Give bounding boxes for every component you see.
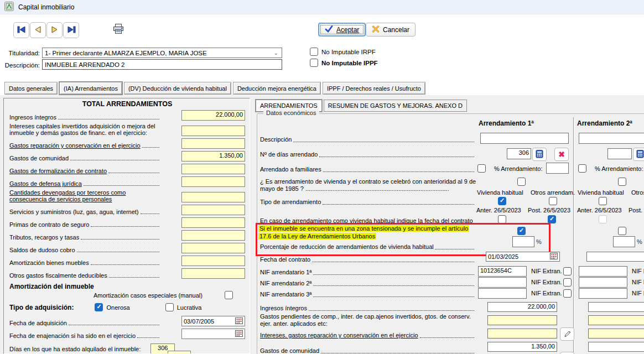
saldos-dudoso-field[interactable] [181,243,245,253]
c1-contrato-1985-checkbox[interactable] [517,178,526,186]
fecha-adquisicion-field[interactable]: 03/07/2005 [181,316,245,326]
c2-nif3-field[interactable] [579,288,627,299]
amortizacion-muebles-field[interactable] [181,256,245,266]
c2-otros-arrendam-label: Otros arrendam. [631,189,644,196]
tab-deduccion-mejora-energetica[interactable]: Deducción mejora energética [233,82,321,95]
fecha-enajenacion-field[interactable] [181,329,245,339]
gastos-reparacion-link[interactable]: Gastos reparación y conservación en el e… [9,142,141,149]
c2-descripcion-field[interactable] [579,133,644,144]
tab-ia-arrendamientos[interactable]: (IA) Arrendamientos [59,82,122,95]
c1-anter-checkbox[interactable] [498,215,506,223]
ingresos-integros-field[interactable]: 22.000,00 [181,110,245,121]
c1-ingresos-field[interactable]: 22.000,00 [487,302,557,312]
c1-fecha-contrato-field[interactable]: 01/03/2025 [486,252,560,262]
titularidad-select[interactable]: 1- Primer declarante ALMARZA EJEMPLO, MA… [42,48,282,58]
c1-nif1-extran-checkbox[interactable] [563,267,572,275]
servicios-suministros-field[interactable] [181,205,245,215]
delete-x-icon: ✖ [558,150,565,158]
c1-pct-reduccion-field[interactable] [512,236,534,247]
gastos-defensa-field[interactable] [181,176,245,187]
c1-post-checkbox[interactable] [548,215,556,223]
c2-zona-tensionada-checkbox[interactable] [618,227,626,235]
intereses-capitales-field[interactable] [181,126,245,136]
c2-nif3-extran-label: NIF Extran. [632,290,644,296]
c1-zona-tensionada-checkbox[interactable] [517,227,526,235]
c2-dias-field[interactable] [607,148,632,159]
tributos-field[interactable] [181,230,245,241]
c2-fecha-contrato-field[interactable] [586,252,644,262]
c1-pct-arrendamiento-field[interactable] [546,163,569,174]
gastos-formalizacion-field[interactable] [181,164,245,174]
c1-gastos-pendientes-field[interactable] [487,315,557,325]
c2-contrato-1985-checkbox[interactable] [618,178,626,186]
gastos-formalizacion-link[interactable]: Gastos de formalización de contrato [9,168,107,174]
c1-descripcion-field[interactable] [480,133,569,144]
tab-ippf-derechos-reales[interactable]: IPPF / Derechos reales / Usufructo [323,82,425,95]
c2-intereses-field[interactable] [588,329,644,339]
c2-percent-sign: % [637,238,642,245]
no-imputable-irpf-checkbox[interactable] [310,48,318,56]
print-button[interactable] [112,23,124,36]
c2-nif2-field[interactable] [579,277,627,288]
c2-gastos-pendientes-field[interactable] [588,315,644,325]
cancel-button[interactable]: Cancelar [366,23,416,37]
c2-pct-reduccion-field[interactable] [613,236,635,247]
c2-nif1-field[interactable] [579,266,627,277]
c2-ingresos-field[interactable] [588,302,644,312]
c2-pct-arrendamiento-label: % Arrendamiento: [595,165,643,172]
tab-dv-deduccion-vivienda[interactable]: (DV) Deducción de vivienda habitual [124,82,231,95]
c1-nif3-field[interactable] [478,288,527,299]
c1-nif1-field[interactable]: 10123654C [478,266,527,277]
descripcion-input[interactable]: INMUEBLE ARRENDADO 2 [42,59,282,70]
gastos-pendientes-row-label: Gastos pendientes de comp., inter. de ca… [260,313,482,327]
row-servicios-suministros: Servicios y suministros (luz, gas, agua,… [9,205,245,215]
gastos-defensa-link[interactable]: Gastos de defensa jurídica [9,180,82,187]
row-saldos-dudoso: Saldos de dudoso cobro [9,243,245,253]
tab-datos-generales[interactable]: Datos generales [4,82,58,95]
arrendamiento-2-header: Arrendamiento 2ª [577,119,632,127]
first-record-button[interactable] [13,22,29,38]
amortizacion-manual-checkbox[interactable] [225,291,233,299]
c1-dias-field[interactable]: 306 [507,148,531,159]
tab-resumen-gastos[interactable]: RESUMEN DE GASTOS Y MEJORAS. ANEXO D [324,100,467,112]
c1-edit-button-2[interactable] [560,352,574,354]
c1-nif2-field[interactable] [478,277,527,288]
c2-anter-checkbox[interactable] [599,215,607,223]
c1-gastos-comunidad-field[interactable]: 1.350,00 [487,342,557,352]
fecha-adquisicion-label: Fecha de adquisición [9,320,67,326]
row-fecha-enajenacion: Fecha de enajenación si ha sido en el ej… [9,329,245,339]
last-record-button[interactable] [63,22,79,38]
gastos-reparacion-field[interactable] [181,138,245,149]
lucrativa-checkbox[interactable] [165,303,174,311]
c1-calculator-button[interactable] [532,148,547,161]
c1-vivienda-habitual-checkbox[interactable] [498,197,506,205]
primas-seguro-field[interactable] [181,217,245,228]
c2-gastos-comunidad-field[interactable] [588,342,644,352]
c2-arrendado-familiares-checkbox[interactable] [578,164,586,173]
previous-record-button[interactable] [30,22,46,38]
c1-delete-button[interactable]: ✖ [554,148,569,161]
no-imputable-ippf-checkbox[interactable] [310,59,318,67]
gastos-comunidad-field[interactable]: 1.350,00 [181,151,245,162]
c1-arrendado-familiares-checkbox[interactable] [477,164,486,173]
cantidades-terceros-field[interactable] [181,192,245,202]
amortizacion-inmueble-header: Amortización del inmueble [9,283,245,290]
calendar-icon[interactable] [235,330,243,338]
c1-otros-arrendam-checkbox[interactable] [549,197,557,205]
c1-nif2-extran-checkbox[interactable] [563,278,572,287]
c1-nif3-extran-checkbox[interactable] [563,289,572,298]
onerosa-checkbox[interactable] [95,303,103,311]
c1-nif3-extran-label: NIF Extran. [531,290,562,296]
accept-button[interactable]: Aceptar [318,23,366,37]
row-gastos-formalizacion: Gastos de formalización de contrato [9,164,245,174]
c2-calculator-button[interactable] [633,148,644,161]
row-dias-alquilado: Días en los que ha estado alquilado el i… [9,343,245,354]
calendar-icon[interactable] [235,317,243,325]
calendar-icon[interactable] [550,253,558,261]
otros-gastos-field[interactable] [181,268,245,279]
cantidades-terceros-link[interactable]: Cantidades devengadas por terceros como … [9,189,161,202]
c1-intereses-field[interactable] [487,329,557,339]
next-record-button[interactable] [46,22,63,38]
c2-vivienda-habitual-checkbox[interactable] [599,197,607,205]
c1-edit-button[interactable] [560,327,574,341]
